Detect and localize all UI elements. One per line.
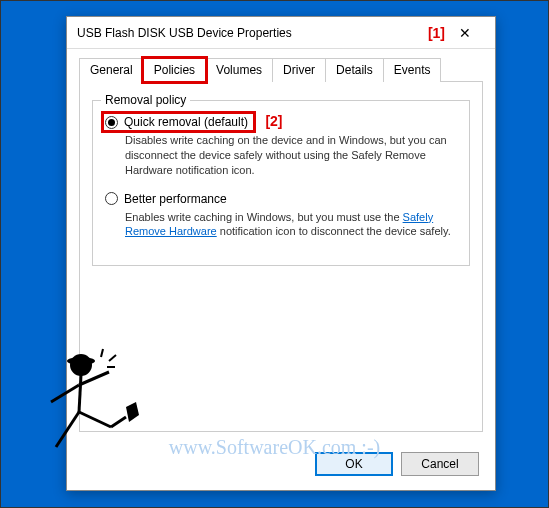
better-performance-description: Enables write caching in Windows, but yo…	[125, 210, 457, 240]
cancel-button[interactable]: Cancel	[401, 452, 479, 476]
svg-line-3	[51, 385, 79, 402]
stick-figure-illustration	[31, 347, 141, 467]
svg-line-5	[56, 412, 79, 447]
tab-volumes[interactable]: Volumes	[205, 58, 273, 82]
radio-quick-removal[interactable]	[105, 116, 118, 129]
desc-suffix: notification icon to disconnect the devi…	[217, 225, 451, 237]
svg-line-2	[79, 375, 81, 412]
tab-details[interactable]: Details	[325, 58, 384, 82]
annotation-1: [1]	[428, 25, 445, 41]
quick-removal-description: Disables write caching on the device and…	[125, 133, 457, 178]
group-legend: Removal policy	[101, 93, 190, 107]
tab-events[interactable]: Events	[383, 58, 442, 82]
annotation-2: [2]	[265, 113, 282, 129]
svg-point-1	[67, 357, 95, 365]
svg-line-9	[109, 355, 116, 361]
svg-line-8	[101, 349, 103, 357]
dialog-title: USB Flash DISK USB Device Properties	[77, 26, 412, 40]
radio-better-performance[interactable]	[105, 192, 118, 205]
radio-quick-removal-label[interactable]: Quick removal (default)	[124, 115, 248, 129]
radio-better-performance-label[interactable]: Better performance	[124, 192, 227, 206]
close-icon: ✕	[459, 25, 471, 41]
svg-line-6	[79, 412, 111, 427]
desc-prefix: Enables write caching in Windows, but yo…	[125, 211, 403, 223]
tab-driver[interactable]: Driver	[272, 58, 326, 82]
svg-line-7	[111, 417, 126, 427]
tab-general[interactable]: General	[79, 58, 144, 82]
close-button[interactable]: ✕	[445, 19, 485, 47]
titlebar: USB Flash DISK USB Device Properties [1]…	[67, 17, 495, 49]
tab-policies[interactable]: Policies	[143, 58, 206, 82]
removal-policy-group: Removal policy Quick removal (default) […	[92, 100, 470, 266]
tab-strip: General Policies Volumes Driver Details …	[79, 57, 483, 82]
watermark-bottom: www.SoftwareOK.com :-)	[169, 436, 380, 459]
